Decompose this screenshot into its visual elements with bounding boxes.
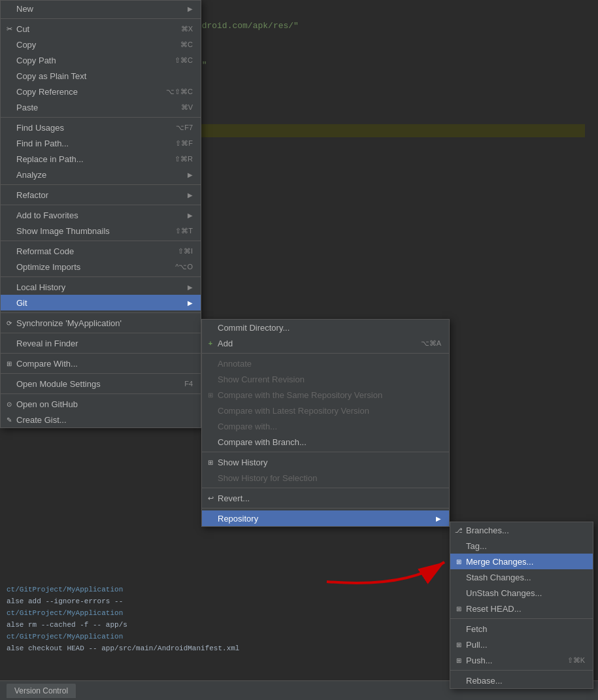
menu-item-optimize-imports[interactable]: Optimize Imports ^⌥O [1,259,201,275]
submenu-arrow-icon: ▶ [188,299,193,307]
menu-item-label: Compare with Branch... [218,437,307,447]
menu-item-commit-directory[interactable]: Commit Directory... [202,320,449,335]
menu-item-module-settings[interactable]: Open Module Settings F4 [1,376,201,392]
menu-item-label: Branches... [466,525,509,535]
menu-item-rebase[interactable]: Rebase... [450,673,593,688]
submenu-arrow-icon: ▶ [188,212,193,219]
menu-item-new[interactable]: New ▶ [1,1,201,16]
menu-item-label: Reset HEAD... [466,604,522,614]
menu-separator [202,353,449,354]
compare-repo-icon: ⊞ [206,390,215,399]
menu-item-replace-in-path[interactable]: Replace in Path... ⇧⌘R [1,151,201,167]
menu-item-label: Replace in Path... [16,154,84,164]
repository-context-menu: ⎇ Branches... Tag... ⊞ Merge Changes... … [450,522,593,689]
shortcut-label: ⇧⌘T [175,227,193,235]
menu-item-push[interactable]: ⊞ Push... ⇧⌘K [450,652,593,668]
menu-item-compare-with-dots[interactable]: Compare with... [202,418,449,434]
menu-item-compare-branch[interactable]: Compare with Branch... [202,434,449,450]
version-control-tab[interactable]: Version Control [7,684,76,698]
github-icon: ⊙ [5,399,14,408]
menu-item-label: Paste [16,103,38,112]
menu-item-reset-head[interactable]: ⊞ Reset HEAD... [450,601,593,616]
menu-item-fetch[interactable]: Fetch [450,621,593,637]
menu-item-label: New [16,4,33,14]
menu-item-open-github[interactable]: ⊙ Open on GitHub [1,396,201,412]
menu-item-copy-reference[interactable]: Copy Reference ⌥⇧⌘C [1,84,201,99]
menu-item-unstash-changes[interactable]: UnStash Changes... [450,585,593,601]
menu-item-show-current-revision[interactable]: Show Current Revision [202,371,449,387]
menu-item-paste[interactable]: Paste ⌘V [1,99,201,115]
menu-item-create-gist[interactable]: ✎ Create Gist... [1,412,201,427]
menu-item-label: Open on GitHub [16,399,78,409]
menu-item-label: Add to Favorites [16,210,78,220]
menu-item-synchronize[interactable]: ⟳ Synchronize 'MyApplication' [1,315,201,331]
menu-item-label: Copy Path [16,56,56,65]
menu-separator [1,18,201,19]
menu-item-label: Reveal in Finder [16,339,78,348]
shortcut-label: ⇧⌘R [174,155,193,163]
menu-item-add-favorites[interactable]: Add to Favorites ▶ [1,207,201,223]
menu-item-reformat[interactable]: Reformat Code ⇧⌘I [1,243,201,259]
menu-item-repository[interactable]: Repository ▶ [202,510,449,526]
cut-icon: ✂ [5,24,14,33]
menu-item-find-usages[interactable]: Find Usages ⌥F7 [1,120,201,135]
menu-item-label: Repository [218,514,258,524]
menu-separator [1,117,201,118]
shortcut-label: ⌘C [180,41,193,49]
menu-item-stash-changes[interactable]: Stash Changes... [450,569,593,585]
menu-separator [1,393,201,394]
submenu-arrow-icon: ▶ [188,5,193,12]
menu-item-pull[interactable]: ⊞ Pull... [450,637,593,652]
menu-item-copy-path[interactable]: Copy Path ⇧⌘C [1,52,201,68]
menu-item-image-thumbnails[interactable]: Show Image Thumbnails ⇧⌘T [1,223,201,239]
menu-item-label: Git [16,298,27,308]
menu-item-local-history[interactable]: Version Control Local History ▶ [1,279,201,295]
menu-item-label: Cut [16,24,29,34]
menu-item-label: Compare With... [16,359,78,369]
menu-item-show-history-selection[interactable]: Show History for Selection [202,470,449,486]
menu-item-git[interactable]: Git ▶ [1,295,201,310]
menu-item-label: Copy [16,40,36,50]
menu-item-find-in-path[interactable]: Find in Path... ⇧⌘F [1,135,201,151]
menu-item-label: Compare with the Same Repository Version [218,390,382,400]
menu-item-label: Find in Path... [16,139,69,148]
menu-item-label: UnStash Changes... [466,588,542,598]
shortcut-label: ⇧⌘K [567,656,585,665]
menu-item-merge-changes[interactable]: ⊞ Merge Changes... [450,554,593,569]
menu-item-label: Local History [16,282,65,292]
menu-item-label: Copy Reference [16,87,78,97]
git-context-menu: Commit Directory... + Add ⌥⌘A Annotate S… [201,319,450,527]
menu-item-revert[interactable]: ↩ Revert... [202,490,449,506]
menu-item-label: Create Gist... [16,415,67,425]
menu-item-analyze[interactable]: Analyze ▶ [1,167,201,182]
menu-item-label: Reformat Code [16,246,74,256]
menu-item-label: Copy as Plain Text [16,71,86,81]
menu-item-show-history[interactable]: ⊞ Show History [202,454,449,470]
menu-item-copy[interactable]: Copy ⌘C [1,37,201,52]
reset-icon: ⊞ [454,604,463,613]
primary-context-menu: New ▶ ✂ Cut ⌘X Copy ⌘C Copy Path ⇧⌘C Cop… [0,0,201,428]
menu-item-reveal-finder[interactable]: Reveal in Finder [1,335,201,351]
menu-item-refactor[interactable]: Refactor ▶ [1,187,201,203]
menu-item-cut[interactable]: ✂ Cut ⌘X [1,21,201,37]
menu-item-compare-same-repo[interactable]: ⊞ Compare with the Same Repository Versi… [202,387,449,403]
menu-item-label: Find Usages [16,123,64,133]
menu-item-label: Show Current Revision [218,375,305,384]
menu-item-label: Show History [218,458,268,467]
menu-separator [1,241,201,241]
menu-item-label: Open Module Settings [16,379,101,389]
shortcut-label: ⇧⌘C [174,56,193,65]
menu-item-annotate[interactable]: Annotate [202,356,449,371]
menu-item-tag[interactable]: Tag... [450,538,593,554]
shortcut-label: ⇧⌘F [175,139,193,148]
menu-item-copy-plain[interactable]: Copy as Plain Text [1,68,201,84]
shortcut-label: ⌥F7 [176,124,193,132]
menu-item-compare-with[interactable]: ⊞ Compare With... [1,356,201,371]
shortcut-label: ⇧⌘I [178,247,193,256]
menu-item-add[interactable]: + Add ⌥⌘A [202,335,449,351]
compare-icon: ⊞ [5,359,14,368]
history-icon: ⊞ [206,458,215,467]
menu-item-branches[interactable]: ⎇ Branches... [450,522,593,538]
menu-item-compare-latest[interactable]: Compare with Latest Repository Version [202,403,449,418]
gist-icon: ✎ [5,415,14,424]
